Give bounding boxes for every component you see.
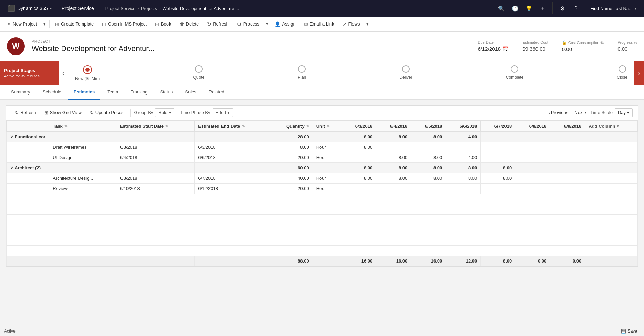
stage-items-list: New (35 Min) Quote Plan Deliver Complete… [75,65,627,81]
tab-summary[interactable]: Summary [6,85,36,100]
new-project-dropdown[interactable]: ▾ [41,17,48,32]
group-by-dropdown[interactable]: Role ▾ [155,108,174,117]
open-ms-project-button[interactable]: ⊡ Open in MS Project [98,17,151,31]
group-task-architect [49,163,116,173]
row-d3-uidesign: 8.00 [411,152,446,163]
group-d4-architect: 8.00 [446,163,481,173]
search-icon[interactable]: 🔍 [495,2,508,14]
row-task-review[interactable]: Review [49,184,116,194]
dynamics-dropdown-icon: ▾ [50,7,52,10]
stage-item-quote[interactable]: Quote [193,65,204,81]
dynamics-365-nav[interactable]: ⬛ Dynamics 365 ▾ [3,0,56,17]
calendar-icon[interactable]: 📅 [503,46,509,52]
flows-dropdown[interactable]: ▾ [364,17,371,32]
new-project-button[interactable]: ✦ New Project [3,21,41,27]
tab-tracking[interactable]: Tracking [125,85,153,100]
recent-icon[interactable]: 🕐 [509,2,521,14]
dynamics-logo: ⬛ [8,4,15,12]
row-d6-uidesign [515,152,550,163]
stage-item-plan[interactable]: Plan [298,65,306,81]
group-unit-functional [313,132,341,142]
row-d1-draftwire: 8.00 [341,142,376,152]
flows-icon: ↗ [343,21,347,27]
plus-icon[interactable]: + [536,2,549,14]
group-row-functional: ∨ Functional cor 28.00 8.00 8.00 8.00 4.… [7,132,638,142]
tab-sales[interactable]: Sales [180,85,202,100]
project-header: W PROJECT Website Development for Advent… [0,32,644,61]
tab-estimates[interactable]: Estimates [68,85,100,100]
row-unit-review: Hour [313,184,341,194]
flows-button[interactable]: ↗ Flows [338,21,364,27]
group-d2-architect: 8.00 [376,163,411,173]
tab-team[interactable]: Team [102,85,124,100]
group-d3-functional: 8.00 [411,132,446,142]
assign-button[interactable]: 👤 Assign [270,17,300,31]
progress-value: 0.00 [617,46,637,52]
breadcrumb-ps[interactable]: Project Service [105,6,135,11]
row-d5-review [481,184,515,194]
col-start-date[interactable]: Estimated Start Date ⇅ [116,121,194,132]
estimates-refresh-button[interactable]: ↻ Refresh [11,108,40,117]
row-d7-archdesign [550,173,585,184]
row-start-draftwire: 6/3/2018 [116,142,194,152]
col-task[interactable]: Task ⇅ [49,121,116,132]
row-qty-draftwire: 8.00 [270,142,313,152]
stage-circle-close [619,65,626,73]
col-add[interactable]: Add Column ▾ [585,121,638,132]
stages-title: Project Stages [4,68,54,73]
row-task-archdesign[interactable]: Architecture Desig... [49,173,116,184]
row-end-uidesign: 6/6/2018 [195,152,270,163]
process-dropdown[interactable]: ▾ [264,17,270,32]
tab-schedule[interactable]: Schedule [37,85,67,100]
group-expand-architect[interactable]: ∨ Architect (2) [7,163,49,173]
stage-item-close[interactable]: Close [617,65,627,81]
timescale-dropdown[interactable]: Day ▾ [615,108,633,117]
row-d4-review [446,184,481,194]
process-button[interactable]: ⚙ Process [233,21,264,27]
tab-status[interactable]: Status [154,85,178,100]
row-addcol-draftwire [585,142,638,152]
settings-icon[interactable]: ⚙ [556,2,569,14]
user-profile[interactable]: First Name Last Na... ▾ [586,0,641,17]
next-button[interactable]: Next › [572,109,588,117]
row-d3-archdesign: 8.00 [411,173,446,184]
stage-name-new: New (35 Min) [75,76,100,81]
breadcrumb-projects[interactable]: Projects [141,6,157,11]
estimated-cost-label: Estimated Cost [522,40,548,45]
show-grid-button[interactable]: ⊞ Show Grid View [41,108,85,117]
book-button[interactable]: ⊞ Book [151,17,175,31]
group-expand-functional[interactable]: ∨ Functional cor [7,132,49,142]
stage-item-new[interactable]: New (35 Min) [75,65,100,81]
group-task-functional [49,132,116,142]
update-prices-button[interactable]: ↻ Update Prices [86,108,127,117]
col-quantity[interactable]: Quantity ⇅ [270,121,313,132]
estimates-toolbar: ↻ Refresh ⊞ Show Grid View ↻ Update Pric… [6,106,638,120]
email-link-button[interactable]: ✉ Email a Link [300,17,338,31]
row-addcol-review [585,184,638,194]
stages-back-button[interactable]: ‹ [59,61,68,85]
lightbulb-icon[interactable]: 💡 [523,2,535,14]
row-end-draftwire: 6/3/2018 [195,142,270,152]
tab-related[interactable]: Related [203,85,230,100]
time-phase-dropdown[interactable]: Effort ▾ [213,108,233,117]
stages-forward-button[interactable]: › [634,61,644,85]
breadcrumb-sep-1: › [137,6,139,10]
stage-item-deliver[interactable]: Deliver [399,65,412,81]
footer-d6: 0.00 [515,256,550,266]
row-unit-archdesign: Hour [313,173,341,184]
col-date-4: 6/6/2018 [446,121,481,132]
row-task-uidesign[interactable]: UI Design [49,152,116,163]
create-template-icon: ⊞ [55,21,59,27]
stage-item-complete[interactable]: Complete [506,65,523,81]
create-template-button[interactable]: ⊞ Create Template [51,17,98,31]
row-d7-uidesign [550,152,585,163]
col-unit[interactable]: Unit ⇅ [313,121,341,132]
col-end-date[interactable]: Estimated End Date ⇅ [195,121,270,132]
refresh-button[interactable]: ↻ Refresh [203,17,233,31]
previous-button[interactable]: ‹ Previous [546,109,570,117]
delete-button[interactable]: 🗑 Delete [175,17,203,31]
row-qty-uidesign: 20.00 [270,152,313,163]
help-icon[interactable]: ? [570,2,582,14]
row-d1-uidesign [341,152,376,163]
row-task-draftwire[interactable]: Draft Wireframes [49,142,116,152]
